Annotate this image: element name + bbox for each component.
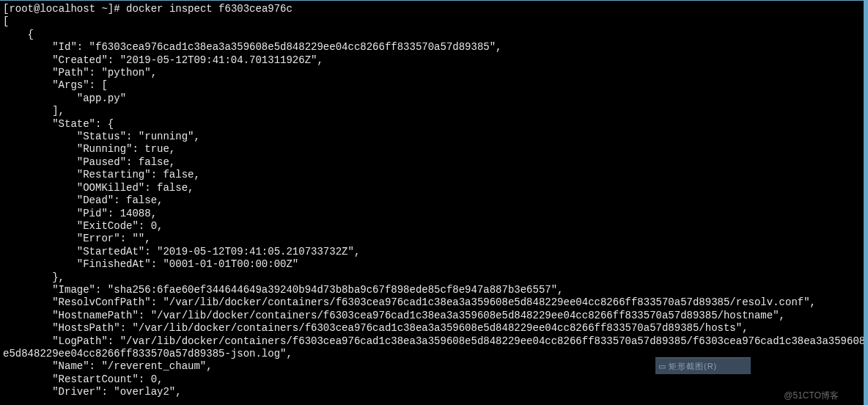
output-line: "FinishedAt": "0001-01-01T00:00:00Z" — [3, 258, 298, 270]
output-line: "Created": "2019-05-12T09:41:04.70131192… — [3, 54, 323, 66]
output-line: "app.py" — [3, 92, 126, 104]
output-line: "HostsPath": "/var/lib/docker/containers… — [3, 322, 749, 334]
output-line: "StartedAt": "2019-05-12T09:41:05.210733… — [3, 246, 360, 258]
prompt-symbol: # — [114, 3, 119, 15]
output-line: "Dead": false, — [3, 194, 163, 206]
output-line: "Restarting": false, — [3, 169, 200, 180]
output-line: "Path": "python", — [3, 67, 157, 79]
prompt-cwd: ~ — [101, 3, 107, 15]
output-line: "Driver": "overlay2", — [3, 386, 182, 398]
command-text: docker inspect f6303cea976c — [126, 3, 293, 15]
output-line: "Image": "sha256:6fae60ef344644649a39240… — [3, 284, 564, 296]
output-line: "Error": "", — [3, 233, 151, 244]
prompt-user: root — [9, 3, 34, 15]
output-line: "ResolvConfPath": "/var/lib/docker/conta… — [3, 296, 816, 308]
output-line: }, — [3, 271, 65, 283]
output-line: "Name": "/reverent_chaum", — [3, 360, 213, 372]
output-line: [ — [3, 15, 9, 27]
output-line: "State": { — [3, 118, 114, 130]
output-line: "OOMKilled": false, — [3, 182, 194, 194]
output-line: "Paused": false, — [3, 156, 175, 168]
output-line: "Status": "running", — [3, 131, 200, 142]
output-line: { — [3, 29, 34, 40]
prompt-host: localhost — [40, 3, 95, 15]
shell-prompt: [root@localhost ~]# — [3, 3, 126, 15]
output-line: "HostnamePath": "/var/lib/docker/contain… — [3, 310, 785, 321]
screenshot-tool-label: 矩形截图(R) — [669, 358, 751, 374]
output-line: "RestartCount": 0, — [3, 373, 163, 385]
window-border-right — [864, 0, 868, 405]
screenshot-tool-tab[interactable]: ▭ 矩形截图(R) — [655, 357, 751, 374]
output-line: ], — [3, 105, 65, 117]
output-line: "Pid": 14088, — [3, 208, 157, 219]
rectangle-icon: ▭ — [655, 358, 669, 374]
output-line: e5d848229ee04cc8266ff833570a57d89385-jso… — [3, 348, 293, 360]
output-line: "ExitCode": 0, — [3, 220, 163, 232]
terminal-pane[interactable]: [root@localhost ~]# docker inspect f6303… — [0, 0, 868, 399]
output-line: "Running": true, — [3, 143, 175, 155]
output-line: "LogPath": "/var/lib/docker/containers/f… — [3, 335, 865, 347]
watermark-text: @51CTO博客 — [784, 390, 839, 402]
output-line: "Args": [ — [3, 79, 108, 91]
output-line: "Id": "f6303cea976cad1c38ea3a359608e5d84… — [3, 41, 502, 53]
window-border-top — [0, 0, 868, 1]
